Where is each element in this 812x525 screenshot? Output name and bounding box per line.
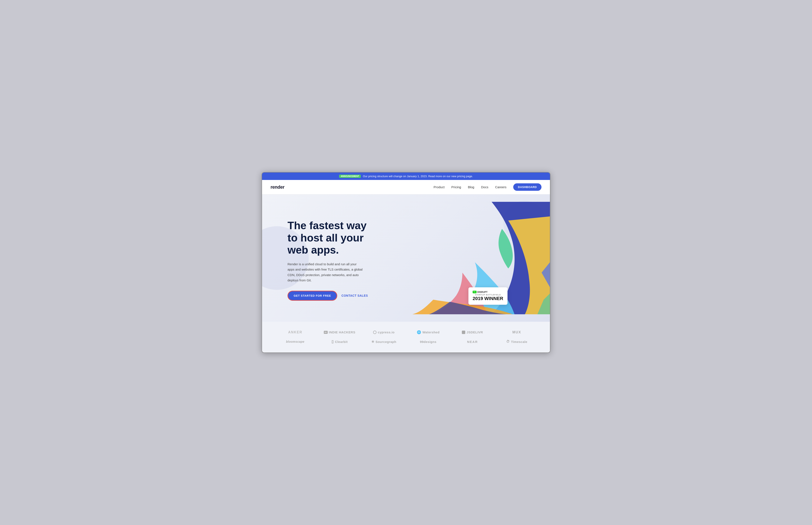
announcement-text: Our pricing structure will change on Jan… (363, 175, 473, 178)
logos-grid: ANKER IH INDIE HACKERS cypress.io 🌐 Wate… (275, 330, 537, 344)
logo-jsdelivr: JSDELIVR (462, 330, 483, 334)
logo-clearbit: ▯ Clearbit (331, 339, 348, 344)
logos-section: ANKER IH INDIE HACKERS cypress.io 🌐 Wate… (262, 322, 550, 352)
announcement-badge: Announcement (339, 175, 361, 178)
nav-blog[interactable]: Blog (468, 185, 474, 189)
nav-links: Product Pricing Blog Docs Careers DASHBO… (433, 183, 542, 191)
logo-watershed: 🌐 Watershed (417, 330, 440, 334)
timescale-icon: ⏱ (506, 340, 510, 344)
clearbit-icon: ▯ (331, 339, 334, 344)
browser-window: Announcement Our pricing structure will … (262, 172, 550, 353)
disrupt-year: 2019 WINNER (473, 296, 503, 301)
logo-cypress: cypress.io (373, 330, 395, 334)
hero-actions: GET STARTED FOR FREE CONTACT SALES (287, 291, 377, 301)
nav-product[interactable]: Product (433, 185, 445, 189)
cypress-icon (373, 331, 377, 334)
disrupt-title-text: DISRUPT (477, 291, 488, 293)
hero-content: The fastest way to host all your web app… (287, 220, 377, 301)
logo-timescale: ⏱ Timescale (506, 340, 527, 344)
get-started-button[interactable]: GET STARTED FOR FREE (287, 291, 337, 301)
hero-title: The fastest way to host all your web app… (287, 220, 377, 256)
announcement-bar: Announcement Our pricing structure will … (262, 172, 550, 180)
navbar: render Product Pricing Blog Docs Careers… (262, 180, 550, 194)
nav-careers[interactable]: Careers (495, 185, 506, 189)
logo-sourcegraph: ✳ Sourcegraph (371, 340, 396, 344)
logo-mux: MUX (512, 330, 521, 334)
logo-near: NEAR (467, 340, 478, 344)
watershed-globe-icon: 🌐 (417, 330, 421, 334)
disrupt-tc-label: TC DISRUPT (473, 291, 503, 293)
disrupt-badge: TC DISRUPT STARTUP BATTLEFIELD 2019 WINN… (469, 287, 507, 305)
logo-anker: ANKER (288, 330, 302, 334)
site-logo[interactable]: render (270, 184, 284, 190)
logo-99designs: 99designs (420, 340, 437, 344)
logo-indie-hackers: IH INDIE HACKERS (324, 330, 355, 334)
logo-bloomscape: bloomscape (286, 340, 305, 343)
hero-section: The fastest way to host all your web app… (262, 194, 550, 322)
nav-pricing[interactable]: Pricing (452, 185, 461, 189)
contact-sales-link[interactable]: CONTACT SALES (341, 294, 368, 297)
tc-logo: TC (473, 291, 476, 293)
dashboard-button[interactable]: DASHBOARD (513, 183, 542, 191)
jsdelivr-icon (462, 331, 465, 334)
sourcegraph-icon: ✳ (371, 340, 374, 344)
hero-subtitle: Render is a unified cloud to build and r… (287, 261, 364, 283)
nav-docs[interactable]: Docs (481, 185, 488, 189)
disrupt-subtitle: STARTUP BATTLEFIELD (473, 294, 503, 296)
